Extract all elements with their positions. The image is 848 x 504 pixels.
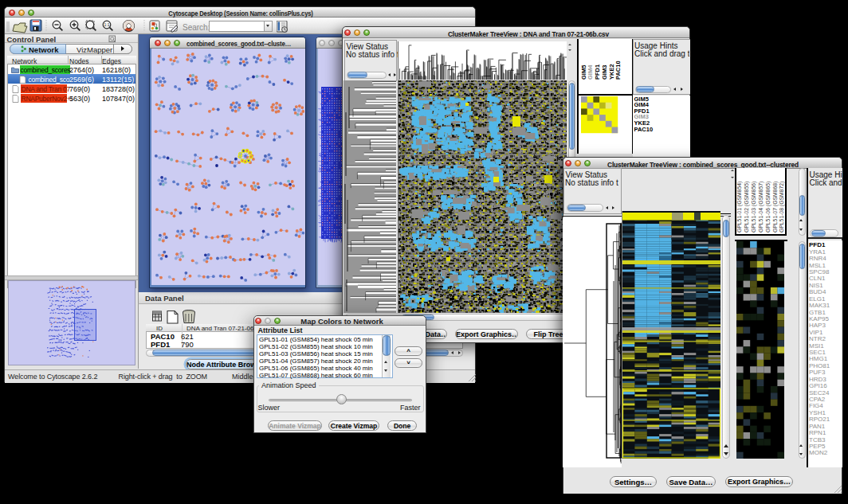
- svg-text:1:1: 1:1: [104, 22, 110, 27]
